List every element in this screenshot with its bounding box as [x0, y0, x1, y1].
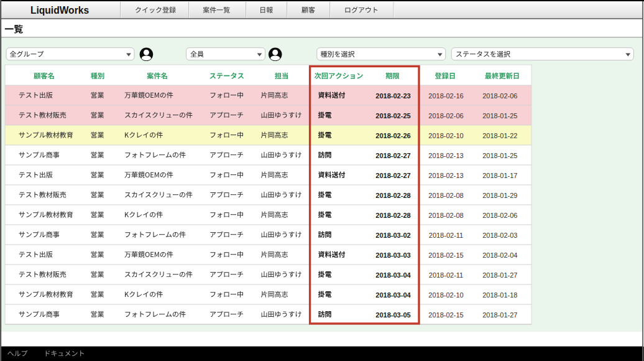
- svg-text:2018-02-11: 2018-02-11: [429, 271, 463, 279]
- svg-text:2018-02-06: 2018-02-06: [428, 112, 463, 120]
- svg-text:2018-02-23: 2018-02-23: [375, 92, 410, 100]
- svg-text:2018-03-04: 2018-03-04: [375, 291, 411, 299]
- svg-text:2018-01-25: 2018-01-25: [482, 152, 517, 159]
- svg-text:2018-02-10: 2018-02-10: [428, 132, 463, 139]
- svg-text:2018-01-18: 2018-01-18: [482, 291, 517, 299]
- svg-text:2018-01-22: 2018-01-22: [482, 132, 517, 139]
- svg-text:2018-02-08: 2018-02-08: [428, 192, 463, 199]
- svg-text:2018-02-06: 2018-02-06: [482, 212, 517, 219]
- svg-text:2018-01-27: 2018-01-27: [482, 311, 517, 319]
- svg-text:2018-02-13: 2018-02-13: [428, 172, 463, 179]
- svg-text:2018-03-05: 2018-03-05: [375, 311, 410, 319]
- svg-text:2018-02-03: 2018-02-03: [482, 232, 517, 239]
- svg-text:LiquidWorks: LiquidWorks: [30, 5, 89, 16]
- svg-text:2018-03-02: 2018-03-02: [375, 232, 410, 239]
- svg-text:2018-02-15: 2018-02-15: [428, 311, 463, 319]
- svg-text:2018-01-27: 2018-01-27: [482, 271, 517, 279]
- svg-text:2018-01-17: 2018-01-17: [482, 172, 517, 179]
- svg-text:2018-02-27: 2018-02-27: [375, 172, 410, 179]
- svg-text:2018-02-25: 2018-02-25: [375, 112, 410, 120]
- svg-text:2018-02-16: 2018-02-16: [428, 92, 463, 100]
- svg-text:2018-03-04: 2018-03-04: [375, 271, 411, 279]
- svg-text:2018-03-03: 2018-03-03: [375, 251, 410, 259]
- svg-text:2018-02-15: 2018-02-15: [428, 251, 463, 259]
- svg-text:2018-02-04: 2018-02-04: [482, 251, 517, 259]
- svg-text:2018-02-06: 2018-02-06: [482, 92, 517, 100]
- svg-text:2018-01-29: 2018-01-29: [482, 192, 517, 199]
- svg-text:2018-02-28: 2018-02-28: [375, 212, 410, 219]
- svg-text:2018-02-27: 2018-02-27: [375, 152, 410, 159]
- svg-text:2018-02-10: 2018-02-10: [428, 291, 463, 299]
- svg-text:2018-02-28: 2018-02-28: [375, 192, 410, 199]
- svg-text:2018-01-25: 2018-01-25: [482, 112, 517, 120]
- svg-text:2018-02-08: 2018-02-08: [428, 212, 463, 219]
- svg-text:2018-02-26: 2018-02-26: [375, 132, 410, 139]
- svg-text:2018-02-13: 2018-02-13: [428, 152, 463, 159]
- svg-text:2018-02-11: 2018-02-11: [429, 232, 463, 239]
